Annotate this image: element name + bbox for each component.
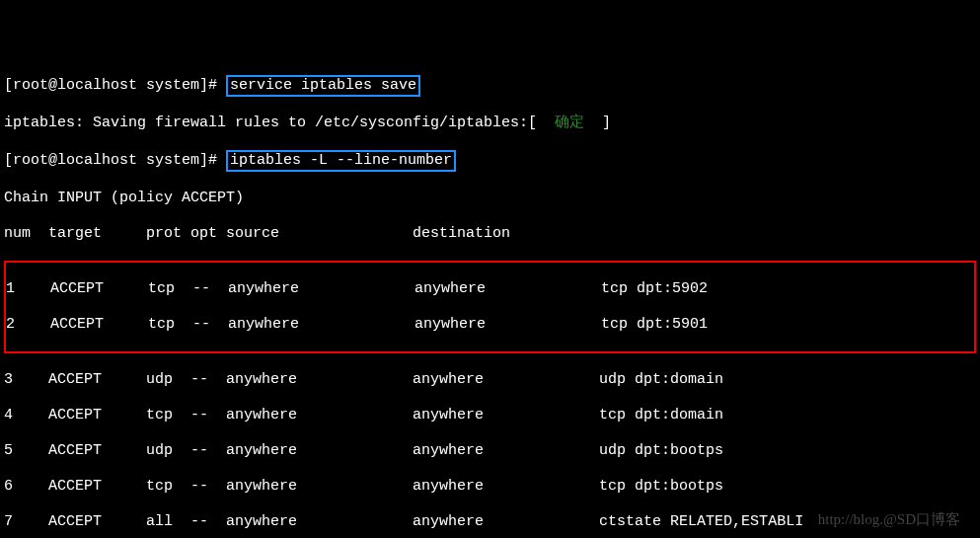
command-1: service iptables save [226, 75, 420, 97]
save-output: iptables: Saving firewall rules to /etc/… [4, 115, 976, 132]
table-row: 2 ACCEPT tcp -- anywhere anywhere tcp dp… [6, 316, 974, 334]
prompt-prefix: [root@localhost system]# [4, 152, 226, 169]
table-row: 5 ACCEPT udp -- anywhere anywhere udp dp… [4, 442, 976, 460]
watermark-text: http://blog.@SD口博客 [818, 510, 960, 528]
prompt-line-1: [root@localhost system]# service iptable… [4, 75, 976, 97]
ok-text: 确定 [555, 115, 584, 131]
save-prefix: iptables: Saving firewall rules to /etc/… [4, 115, 555, 131]
command-2: iptables -L --line-number [226, 150, 456, 172]
table-row: 6 ACCEPT tcp -- anywhere anywhere tcp dp… [4, 478, 976, 496]
chain-input-header: Chain INPUT (policy ACCEPT) [4, 190, 976, 207]
table-row: 4 ACCEPT tcp -- anywhere anywhere tcp dp… [4, 407, 976, 424]
table-row: 3 ACCEPT udp -- anywhere anywhere udp dp… [4, 371, 976, 389]
save-suffix: ] [584, 115, 611, 131]
prompt-prefix: [root@localhost system]# [4, 77, 226, 94]
highlighted-rules: 1 ACCEPT tcp -- anywhere anywhere tcp dp… [4, 261, 976, 353]
table-row: 1 ACCEPT tcp -- anywhere anywhere tcp dp… [6, 280, 974, 298]
prompt-line-2: [root@localhost system]# iptables -L --l… [4, 150, 976, 172]
table-header: num target prot opt source destination [4, 225, 976, 243]
